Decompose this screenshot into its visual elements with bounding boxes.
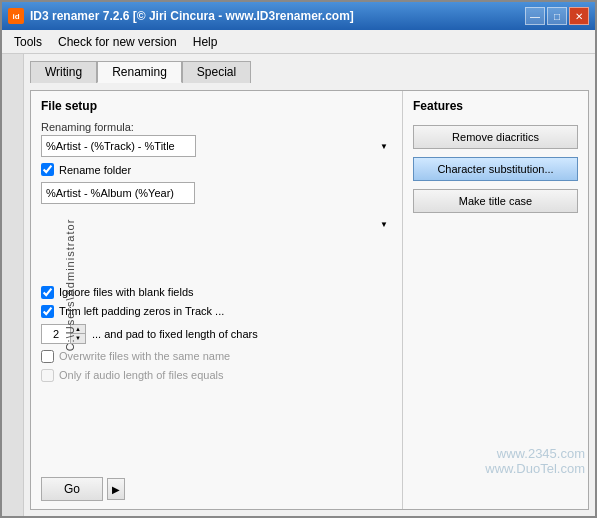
renaming-formula-section: Renaming formula: %Artist - (%Track) - %… xyxy=(41,121,392,157)
formula-select[interactable]: %Artist - (%Track) - %Title xyxy=(41,135,196,157)
menu-check-version[interactable]: Check for new version xyxy=(50,33,185,51)
rename-folder-checkbox[interactable] xyxy=(41,163,54,176)
ignore-blank-row: Ignore files with blank fields xyxy=(41,286,392,299)
tab-renaming[interactable]: Renaming xyxy=(97,61,182,83)
left-panel: File setup Renaming formula: %Artist - (… xyxy=(31,91,403,509)
pad-length-label: ... and pad to fixed length of chars xyxy=(92,328,258,340)
trim-padding-label: Trim left padding zeros in Track ... xyxy=(59,305,224,317)
rename-folder-row: Rename folder xyxy=(41,163,392,176)
make-title-case-button[interactable]: Make title case xyxy=(413,189,578,213)
file-setup-title: File setup xyxy=(41,99,392,113)
rename-folder-label: Rename folder xyxy=(59,164,131,176)
remove-diacritics-button[interactable]: Remove diacritics xyxy=(413,125,578,149)
main-panel: File setup Renaming formula: %Artist - (… xyxy=(30,90,589,510)
menu-bar: Tools Check for new version Help xyxy=(2,30,595,54)
ignore-blank-label: Ignore files with blank fields xyxy=(59,286,194,298)
folder-formula-arrow: ▼ xyxy=(380,219,388,228)
tab-writing[interactable]: Writing xyxy=(30,61,97,83)
trim-padding-checkbox[interactable] xyxy=(41,305,54,318)
overwrite-label: Overwrite files with the same name xyxy=(59,350,230,362)
sidebar: C:\Users\Administrator xyxy=(2,54,24,516)
audio-length-checkbox[interactable] xyxy=(41,369,54,382)
formula-select-arrow: ▼ xyxy=(380,142,388,151)
window-title: ID3 renamer 7.2.6 [© Jiri Cincura - www.… xyxy=(30,9,354,23)
minimize-button[interactable]: — xyxy=(525,7,545,25)
trim-padding-row: Trim left padding zeros in Track ... xyxy=(41,305,392,318)
menu-help[interactable]: Help xyxy=(185,33,226,51)
character-substitution-button[interactable]: Character substitution... xyxy=(413,157,578,181)
formula-label: Renaming formula: xyxy=(41,121,392,133)
audio-length-row: Only if audio length of files equals xyxy=(41,369,392,382)
title-bar-controls: — □ ✕ xyxy=(525,7,589,25)
formula-select-wrapper: %Artist - (%Track) - %Title ▼ xyxy=(41,135,392,157)
folder-formula-wrapper: %Artist - %Album (%Year) ▼ xyxy=(41,182,392,266)
overwrite-row: Overwrite files with the same name xyxy=(41,350,392,363)
title-bar: id ID3 renamer 7.2.6 [© Jiri Cincura - w… xyxy=(2,2,595,30)
ignore-blank-checkbox[interactable] xyxy=(41,286,54,299)
title-bar-left: id ID3 renamer 7.2.6 [© Jiri Cincura - w… xyxy=(8,8,354,24)
tabs-row: Writing Renaming Special xyxy=(30,60,589,82)
tab-special[interactable]: Special xyxy=(182,61,251,83)
close-button[interactable]: ✕ xyxy=(569,7,589,25)
main-window: id ID3 renamer 7.2.6 [© Jiri Cincura - w… xyxy=(0,0,597,518)
audio-length-label: Only if audio length of files equals xyxy=(59,369,224,381)
content-area: Writing Renaming Special File setup Rena… xyxy=(24,54,595,516)
go-button[interactable]: Go xyxy=(41,477,103,501)
right-panel: Features Remove diacritics Character sub… xyxy=(403,91,588,509)
menu-tools[interactable]: Tools xyxy=(6,33,50,51)
app-icon: id xyxy=(8,8,24,24)
folder-formula-select[interactable]: %Artist - %Album (%Year) xyxy=(41,182,195,204)
arrow-button[interactable]: ▶ xyxy=(107,478,125,500)
bottom-bar: Go ▶ xyxy=(41,477,392,501)
pad-length-row: ▲ ▼ ... and pad to fixed length of chars xyxy=(41,324,392,344)
maximize-button[interactable]: □ xyxy=(547,7,567,25)
main-area: C:\Users\Administrator Writing Renaming … xyxy=(2,54,595,516)
overwrite-checkbox[interactable] xyxy=(41,350,54,363)
features-title: Features xyxy=(413,99,578,113)
